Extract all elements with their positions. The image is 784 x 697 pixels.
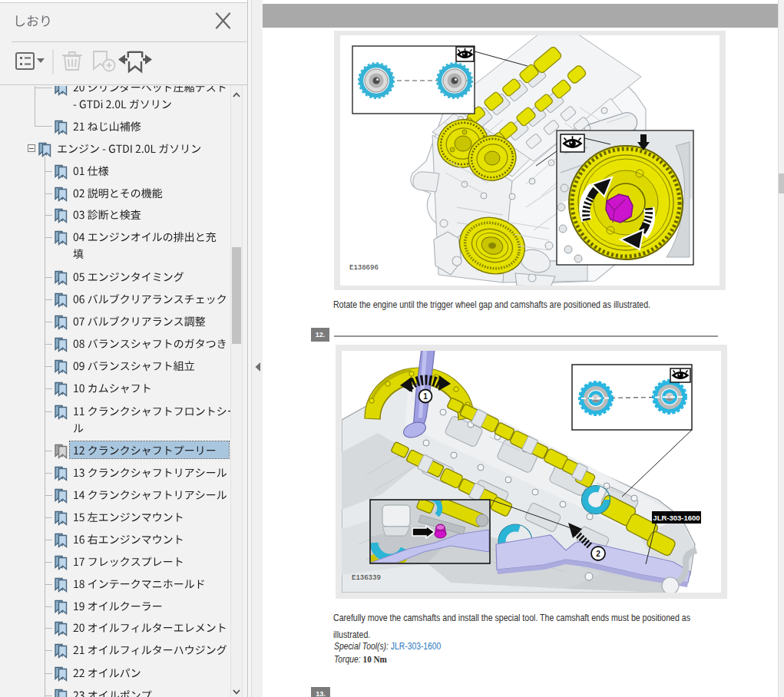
- svg-text:E138696: E138696: [349, 264, 379, 272]
- svg-text:2: 2: [596, 550, 600, 558]
- svg-text:E136339: E136339: [352, 574, 381, 582]
- svg-text:JLR-303-1600: JLR-303-1600: [653, 514, 700, 522]
- svg-text:1: 1: [423, 392, 428, 401]
